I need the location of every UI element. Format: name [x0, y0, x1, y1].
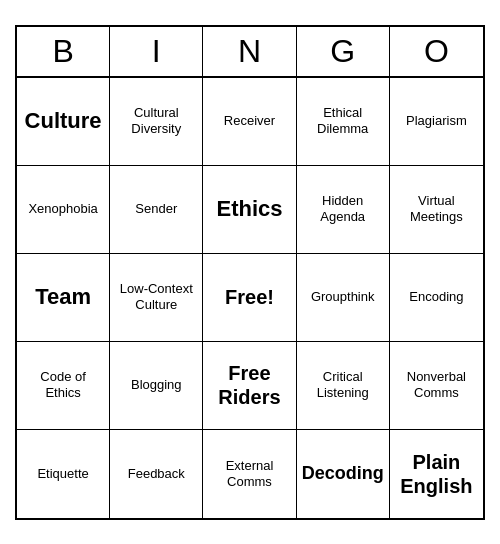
bingo-cell: Critical Listening [297, 342, 390, 430]
bingo-cell: Decoding [297, 430, 390, 518]
bingo-cell: Nonverbal Comms [390, 342, 483, 430]
bingo-cell: Groupthink [297, 254, 390, 342]
bingo-cell: Sender [110, 166, 203, 254]
bingo-cell: Feedback [110, 430, 203, 518]
bingo-cell: Receiver [203, 78, 296, 166]
header-letter: B [17, 27, 110, 76]
bingo-cell: Blogging [110, 342, 203, 430]
bingo-cell: Virtual Meetings [390, 166, 483, 254]
header-letter: G [297, 27, 390, 76]
bingo-card: BINGO CultureCultural DiversityReceiverE… [15, 25, 485, 520]
bingo-cell: Ethical Dilemma [297, 78, 390, 166]
bingo-cell: Encoding [390, 254, 483, 342]
bingo-cell: Ethics [203, 166, 296, 254]
bingo-cell: External Comms [203, 430, 296, 518]
bingo-cell: Code of Ethics [17, 342, 110, 430]
header-letter: O [390, 27, 483, 76]
bingo-cell: Low-Context Culture [110, 254, 203, 342]
bingo-cell: Plagiarism [390, 78, 483, 166]
bingo-cell: Etiquette [17, 430, 110, 518]
bingo-grid: CultureCultural DiversityReceiverEthical… [17, 78, 483, 518]
bingo-cell: Hidden Agenda [297, 166, 390, 254]
bingo-header: BINGO [17, 27, 483, 78]
bingo-cell: Team [17, 254, 110, 342]
bingo-cell: Xenophobia [17, 166, 110, 254]
bingo-cell: Cultural Diversity [110, 78, 203, 166]
bingo-cell: Free! [203, 254, 296, 342]
header-letter: N [203, 27, 296, 76]
bingo-cell: Free Riders [203, 342, 296, 430]
bingo-cell: Culture [17, 78, 110, 166]
header-letter: I [110, 27, 203, 76]
bingo-cell: Plain English [390, 430, 483, 518]
